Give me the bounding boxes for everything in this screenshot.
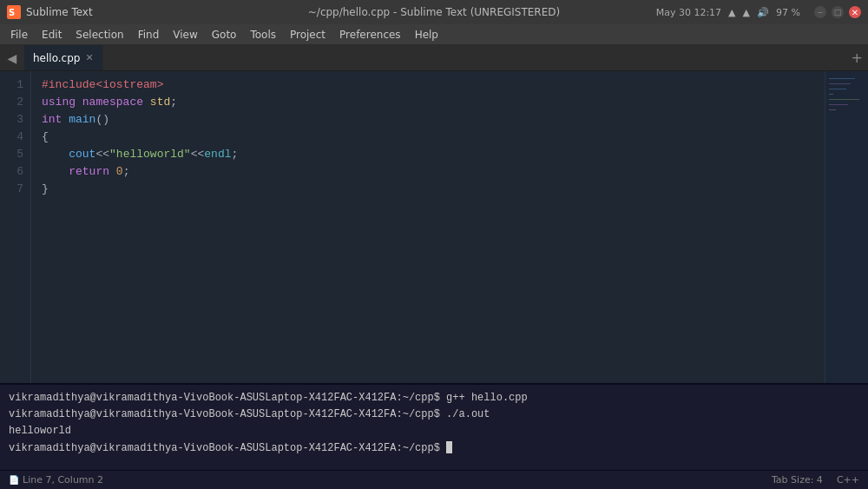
svg-rect-5: [829, 94, 833, 95]
code-line-4: {: [42, 129, 825, 146]
cursor-position: Line 7, Column 2: [23, 474, 103, 486]
minimize-button[interactable]: −: [814, 6, 826, 18]
menu-item-edit[interactable]: Edit: [35, 27, 69, 43]
line-num-2: 2: [0, 94, 30, 111]
tab-label: hello.cpp: [33, 52, 80, 64]
code-area[interactable]: #include<iostream>using namespace std;in…: [31, 71, 825, 383]
terminal[interactable]: vikramadithya@vikramadithya-VivoBook-ASU…: [0, 383, 868, 470]
line-num-6: 6: [0, 163, 30, 181]
menu-item-goto[interactable]: Goto: [205, 27, 244, 43]
file-icon: 📄: [9, 475, 19, 485]
line-num-3: 3: [0, 111, 30, 129]
statusbar-right: Tab Size: 4 C++: [772, 474, 859, 486]
wifi-icon: ▲: [728, 7, 735, 18]
app-name: Sublime Text: [26, 6, 93, 18]
terminal-line-1: vikramadithya@vikramadithya-VivoBook-ASU…: [9, 406, 859, 423]
svg-text:S: S: [9, 8, 15, 17]
line-num-4: 4: [0, 129, 30, 146]
terminal-line-0: vikramadithya@vikramadithya-VivoBook-ASU…: [9, 390, 859, 406]
line-num-5: 5: [0, 146, 30, 163]
line-numbers: 1234567: [0, 71, 31, 383]
terminal-cursor: [446, 441, 452, 453]
maximize-button[interactable]: □: [832, 6, 844, 18]
tabbar-right: +: [846, 45, 868, 70]
menu-item-preferences[interactable]: Preferences: [332, 27, 408, 43]
network-icon: ▲: [743, 7, 750, 18]
statusbar: 📄 Line 7, Column 2 Tab Size: 4 C++: [0, 470, 868, 489]
close-button[interactable]: ✕: [849, 6, 861, 18]
menu-item-find[interactable]: Find: [131, 27, 167, 43]
terminal-line-3: vikramadithya@vikramadithya-VivoBook-ASU…: [9, 440, 859, 457]
datetime: May 30 12:17: [656, 7, 721, 18]
battery-level: 97 %: [776, 7, 800, 18]
svg-rect-6: [829, 99, 859, 100]
tab-hello-cpp[interactable]: hello.cpp ✕: [24, 45, 103, 70]
tab-close-button[interactable]: ✕: [85, 52, 93, 63]
code-line-6: return 0;: [42, 163, 825, 181]
titlebar-left: S Sublime Text: [7, 5, 93, 19]
terminal-line-2: helloworld: [9, 423, 859, 439]
tabbar: ◀ hello.cpp ✕ +: [0, 45, 868, 71]
code-line-1: #include<iostream>: [42, 76, 825, 94]
svg-rect-3: [829, 83, 851, 84]
code-line-7: }: [42, 181, 825, 198]
code-line-5: cout<<"helloworld"<<endl;: [42, 146, 825, 163]
menu-item-tools[interactable]: Tools: [243, 27, 283, 43]
line-num-1: 1: [0, 76, 30, 94]
svg-rect-7: [829, 104, 848, 105]
titlebar: S Sublime Text ~/cpp/hello.cpp - Sublime…: [0, 0, 868, 24]
menu-item-help[interactable]: Help: [408, 27, 445, 43]
svg-rect-8: [829, 109, 836, 110]
window-title: ~/cpp/hello.cpp - Sublime Text (UNREGIST…: [308, 6, 560, 18]
statusbar-left: 📄 Line 7, Column 2: [9, 474, 103, 486]
minimap: [825, 71, 868, 383]
app-icon: S: [7, 5, 21, 19]
editor: 1234567 #include<iostream>using namespac…: [0, 71, 868, 383]
volume-icon: 🔊: [757, 7, 769, 18]
language: C++: [837, 474, 859, 486]
menubar: FileEditSelectionFindViewGotoToolsProjec…: [0, 24, 868, 45]
code-line-3: int main(): [42, 111, 825, 129]
tabbar-left: ◀: [0, 45, 24, 70]
svg-rect-2: [829, 78, 855, 79]
back-button[interactable]: ◀: [3, 50, 21, 67]
menu-item-file[interactable]: File: [3, 27, 35, 43]
menu-item-project[interactable]: Project: [283, 27, 332, 43]
code-line-2: using namespace std;: [42, 94, 825, 111]
window-controls: − □ ✕: [814, 6, 861, 18]
menu-item-view[interactable]: View: [166, 27, 204, 43]
tab-size: Tab Size: 4: [772, 474, 823, 486]
titlebar-right: May 30 12:17 ▲ ▲ 🔊 97 % − □ ✕: [656, 6, 861, 18]
menu-item-selection[interactable]: Selection: [69, 27, 130, 43]
new-tab-button[interactable]: +: [852, 50, 863, 66]
line-num-7: 7: [0, 181, 30, 198]
svg-rect-4: [829, 89, 846, 89]
